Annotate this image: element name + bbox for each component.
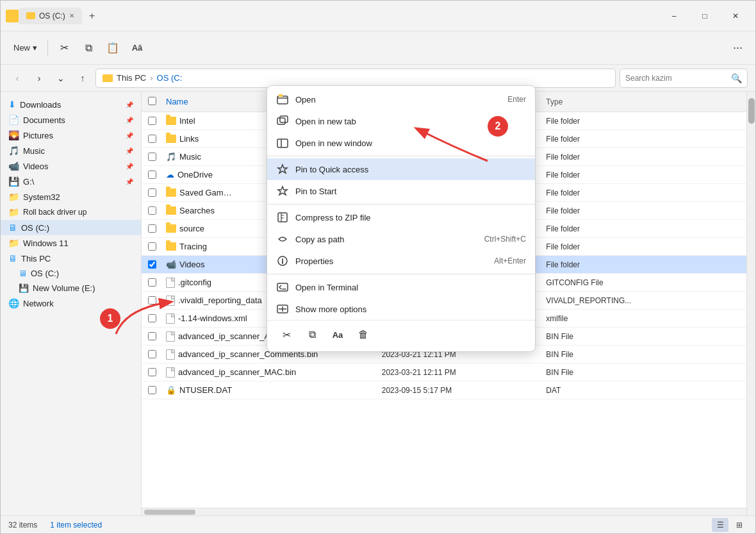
ctx-cut-button[interactable]: ✂ (276, 324, 297, 345)
rename-button[interactable]: Aā (126, 37, 148, 59)
title-bar-left (6, 10, 19, 22)
sidebar-item-os-c[interactable]: 🖥 OS (C:) (1, 220, 141, 235)
sidebar-item-system32[interactable]: 📁 System32 (1, 189, 141, 204)
sidebar-item-new-volume[interactable]: 💾 New Volume (E:) (1, 281, 141, 296)
sidebar-item-documents[interactable]: 📄 Documents 📌 (1, 112, 141, 128)
music-folder-special-icon: 🎵 (166, 152, 176, 162)
pin-icon-videos: 📌 (126, 163, 133, 170)
folder-icon (166, 242, 176, 251)
sidebar-item-network[interactable]: 🌐 Network (1, 296, 141, 311)
maximize-button[interactable]: □ (690, 6, 719, 26)
row-checkbox-col (142, 171, 161, 179)
ctx-pin-quick-access[interactable]: Pin to Quick access (267, 158, 535, 180)
scrollbar-thumb-vertical[interactable] (748, 98, 755, 124)
sidebar-item-win11[interactable]: 📁 Windows 11 (1, 235, 141, 251)
videos-checkbox[interactable] (148, 260, 156, 269)
file-icon (166, 367, 175, 378)
active-tab[interactable]: OS (C:) ✕ (19, 8, 82, 24)
ctx-open[interactable]: Open Enter (267, 88, 535, 110)
sidebar-item-rollback[interactable]: 📁 Roll back driver up (1, 204, 141, 220)
minimize-button[interactable]: – (659, 6, 689, 26)
grid-view-button[interactable]: ⊞ (731, 518, 748, 532)
search-input[interactable] (625, 74, 728, 83)
table-row[interactable]: advanced_ip_scanner_MAC.bin 2023-03-21 1… (142, 363, 746, 381)
pin-icon-g-drive: 📌 (126, 178, 133, 185)
ctx-copy-path[interactable]: Copy as path Ctrl+Shift+C (267, 228, 535, 250)
file-type: File folder (541, 260, 653, 269)
address-path-prefix: This PC (117, 73, 146, 83)
paste-button[interactable]: 📋 (102, 37, 124, 59)
new-label: New (13, 43, 30, 53)
address-bar[interactable]: This PC › OS (C: (95, 69, 616, 88)
ctx-delete-button[interactable]: 🗑 (353, 324, 374, 345)
ctx-terminal[interactable]: Open in Terminal (267, 276, 535, 298)
row-checkbox-col (142, 206, 161, 215)
list-view-button[interactable]: ☰ (712, 518, 728, 532)
window-folder-icon (6, 10, 19, 22)
file-type: GITCONFIG File (541, 278, 653, 287)
sidebar-item-g-drive[interactable]: 💾 G:\ 📌 (1, 174, 141, 189)
scrollbar-thumb[interactable] (144, 510, 195, 515)
sidebar-item-videos[interactable]: 📹 Videos 📌 (1, 158, 141, 174)
row-checkbox-col (142, 242, 161, 251)
new-tab-button[interactable]: + (85, 8, 100, 24)
forward-button[interactable]: › (30, 69, 48, 87)
tab-close-button[interactable]: ✕ (69, 12, 74, 19)
new-button[interactable]: New ▾ (8, 40, 42, 56)
toolbar: New ▾ ✂ ⧉ 📋 Aā ··· (1, 31, 755, 65)
sidebar-win11-label: Windows 11 (23, 238, 69, 248)
file-type: BIN File (541, 368, 653, 377)
back-button[interactable]: ‹ (8, 69, 26, 87)
svg-rect-0 (277, 96, 288, 104)
select-all-checkbox[interactable] (148, 97, 156, 105)
file-name: .gitconfig (178, 278, 211, 287)
file-name: Links (179, 134, 199, 144)
header-size[interactable] (654, 99, 746, 104)
documents-icon: 📄 (8, 115, 19, 125)
file-type: File folder (541, 153, 653, 162)
search-icon[interactable]: 🔍 (731, 73, 742, 83)
ctx-open-new-window-label: Open in new window (295, 138, 526, 148)
sidebar: ⬇ Downloads 📌 📄 Documents 📌 🌄 Pictures 📌… (1, 92, 142, 515)
ctx-pin-start[interactable]: Pin to Start (267, 180, 535, 202)
sidebar-item-os-c-sub[interactable]: 🖥 OS (C:) (1, 266, 141, 281)
sidebar-item-music[interactable]: 🎵 Music 📌 (1, 143, 141, 158)
file-type: File folder (541, 242, 653, 251)
sidebar-music-label: Music (23, 146, 45, 156)
ctx-more-options-label: Show more options (295, 305, 526, 314)
folder-icon (166, 206, 176, 215)
up-button[interactable]: ↑ (74, 69, 92, 87)
vertical-scrollbar[interactable] (746, 92, 755, 515)
svg-rect-1 (279, 94, 283, 97)
copy-button[interactable]: ⧉ (78, 37, 99, 59)
file-icon (166, 349, 175, 360)
row-checkbox-col (142, 350, 161, 358)
more-options-button[interactable]: ··· (728, 38, 748, 58)
network-icon: 🌐 (8, 298, 19, 308)
ctx-rename-button[interactable]: Aa (327, 324, 348, 345)
cut-button[interactable]: ✂ (53, 37, 75, 59)
ctx-zip[interactable]: Compress to ZIP file (267, 206, 535, 228)
horizontal-scrollbar[interactable] (142, 508, 746, 515)
file-name: Saved Gam… (179, 188, 232, 197)
sidebar-item-this-pc[interactable]: 🖥 This PC (1, 251, 141, 266)
expand-button[interactable]: ⌄ (52, 69, 70, 87)
file-type: BIN File (541, 332, 653, 341)
sidebar-videos-label: Videos (23, 162, 49, 171)
file-type: File folder (541, 117, 653, 126)
sidebar-item-pictures[interactable]: 🌄 Pictures 📌 (1, 128, 141, 143)
file-name-cell: 🔒 NTUSER.DAT (161, 385, 377, 395)
close-button[interactable]: ✕ (721, 6, 750, 26)
pictures-icon: 🌄 (8, 130, 19, 140)
header-type[interactable]: Type (541, 95, 653, 109)
row-checkbox-col (142, 188, 161, 197)
status-bar: 32 items 1 item selected ☰ ⊞ (1, 515, 755, 533)
pin-icon-downloads: 📌 (126, 101, 133, 108)
ctx-copy-button[interactable]: ⧉ (302, 324, 322, 345)
more-options-icon (276, 303, 289, 315)
sidebar-item-downloads[interactable]: ⬇ Downloads 📌 (1, 97, 141, 112)
ctx-more-options[interactable]: Show more options (267, 298, 535, 320)
table-row[interactable]: 🔒 NTUSER.DAT 2023-09-15 5:17 PM DAT (142, 381, 746, 399)
ctx-properties[interactable]: Properties Alt+Enter (267, 250, 535, 272)
folder-icon (166, 117, 176, 125)
